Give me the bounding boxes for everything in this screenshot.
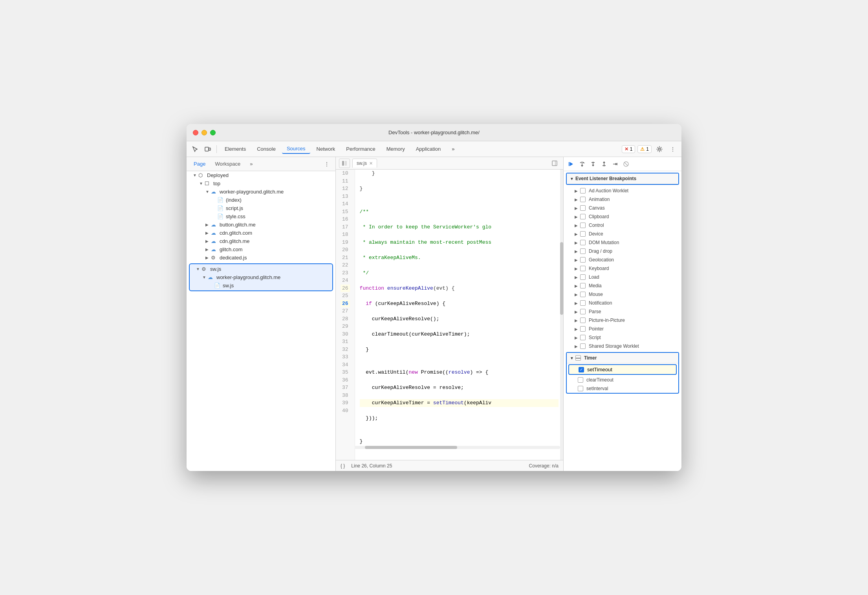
tab-more[interactable]: » [447,144,459,153]
checkbox-geolocation[interactable] [580,257,586,263]
checkbox-load[interactable] [580,274,586,280]
minimize-button[interactable] [201,130,207,135]
clear-timeout-item[interactable]: clearTimeout [567,376,678,384]
tree-item-cdn-glitch-com[interactable]: ▶ ☁ cdn.glitch.com [187,229,335,237]
sub-tab-more[interactable]: » [246,159,256,168]
bp-item-keyboard[interactable]: ▶ Keyboard [564,264,681,273]
tree-item-sw-js-root[interactable]: ▼ ⚙ sw.js [190,265,332,273]
step-icon[interactable] [611,160,619,168]
expand-panel-icon[interactable] [549,159,560,168]
tree-item-worker-playground-main[interactable]: ▼ ☁ worker-playground.glitch.me [187,188,335,196]
bp-item-animation[interactable]: ▶ Animation [564,195,681,204]
settings-icon[interactable] [654,144,665,155]
checkbox-dom-mutation[interactable] [580,240,586,245]
tab-memory[interactable]: Memory [382,144,410,153]
bp-item-geolocation[interactable]: ▶ Geolocation [564,256,681,264]
checkbox-ad-auction[interactable] [580,188,586,193]
checkbox-shared-storage[interactable] [580,343,586,349]
error-badge[interactable]: ✕ 1 [622,145,635,153]
close-button[interactable] [193,130,198,135]
tab-sources[interactable]: Sources [282,144,310,154]
checkbox-media[interactable] [580,283,586,288]
device-toggle-icon[interactable] [202,144,213,155]
maximize-button[interactable] [210,130,216,135]
code-content-area[interactable]: 1011121314 1516171819 2021222324 26 25 2… [336,170,563,460]
tab-elements[interactable]: Elements [220,144,251,153]
clear-timeout-checkbox[interactable] [578,377,583,383]
tree-item-sw-js-file[interactable]: 📄 sw.js [190,281,332,290]
bp-item-picture-in-picture[interactable]: ▶ Picture-in-Picture [564,316,681,325]
checkbox-device[interactable] [580,231,586,237]
deactivate-breakpoints-icon[interactable] [622,160,630,168]
bp-item-shared-storage[interactable]: ▶ Shared Storage Worklet [564,342,681,350]
set-timeout-checkbox[interactable] [579,367,584,372]
tree-item-style-css[interactable]: 📄 style.css [187,212,335,221]
bp-item-mouse[interactable]: ▶ Mouse [564,290,681,299]
bp-item-script[interactable]: ▶ Script [564,333,681,342]
warn-badge[interactable]: ⚠ 1 [637,145,652,153]
file-tree-more-icon[interactable]: ⋮ [321,159,332,170]
checkbox-pointer[interactable] [580,326,586,332]
checkbox-canvas[interactable] [580,205,586,211]
bp-item-parse[interactable]: ▶ Parse [564,307,681,316]
bp-item-ad-auction[interactable]: ▶ Ad Auction Worklet [564,186,681,195]
tab-application[interactable]: Application [411,144,446,153]
bp-item-device[interactable]: ▶ Device [564,230,681,238]
scrollbar-track[interactable] [560,170,563,460]
checkbox-notification[interactable] [580,300,586,306]
bp-item-load[interactable]: ▶ Load [564,273,681,281]
tab-performance[interactable]: Performance [341,144,380,153]
event-listener-breakpoints-header[interactable]: ▼ Event Listener Breakpoints [567,173,678,184]
tree-item-worker-playground-sw[interactable]: ▼ ☁ worker-playground.glitch.me [190,273,332,281]
more-options-icon[interactable]: ⋮ [667,144,678,155]
bp-item-control[interactable]: ▶ Control [564,221,681,230]
scrollbar-thumb[interactable] [560,242,563,315]
horizontal-scrollbar-track[interactable] [355,446,560,449]
step-into-icon[interactable] [589,160,597,168]
resume-icon[interactable] [567,160,575,168]
step-out-icon[interactable] [600,160,608,168]
bp-item-clipboard[interactable]: ▶ Clipboard [564,212,681,221]
format-button[interactable]: { } [341,463,345,469]
tree-item-deployed[interactable]: ▼ ⬡ Deployed [187,171,335,179]
bp-item-media[interactable]: ▶ Media [564,281,681,290]
tab-network[interactable]: Network [312,144,340,153]
code-tab-close[interactable]: ✕ [369,161,373,166]
bp-item-dom-mutation[interactable]: ▶ DOM Mutation [564,238,681,247]
timer-section-header[interactable]: ▼ — Timer [567,353,678,363]
tree-item-index[interactable]: 📄 (index) [187,196,335,204]
set-interval-checkbox[interactable] [578,386,583,391]
step-over-icon[interactable] [578,160,586,168]
checkbox-keyboard[interactable] [580,266,586,271]
sub-tab-workspace[interactable]: Workspace [211,159,244,168]
set-timeout-item[interactable]: setTimeout [568,364,677,375]
bp-item-canvas[interactable]: ▶ Canvas [564,204,681,212]
checkbox-picture-in-picture[interactable] [580,318,586,323]
tab-console[interactable]: Console [252,144,280,153]
label-control: Control [589,223,604,228]
checkbox-clipboard[interactable] [580,214,586,219]
timer-checkbox[interactable]: — [575,355,581,361]
set-interval-item[interactable]: setInterval [567,384,678,393]
checkbox-parse[interactable] [580,309,586,314]
horizontal-scrollbar-thumb[interactable] [365,446,457,449]
tree-item-script-js[interactable]: 📄 script.js [187,204,335,212]
tree-item-dedicated-js[interactable]: ▶ ⚙ dedicated.js [187,254,335,262]
inspect-icon[interactable] [190,144,201,155]
bp-item-pointer[interactable]: ▶ Pointer [564,325,681,333]
checkbox-mouse[interactable] [580,292,586,297]
checkbox-script[interactable] [580,335,586,340]
bp-item-drag-drop[interactable]: ▶ Drag / drop [564,247,681,256]
sub-tab-page[interactable]: Page [190,159,209,168]
code-tab-sw-js[interactable]: sw.js ✕ [352,159,377,168]
tree-item-top[interactable]: ▼ ☐ top [187,179,335,188]
tree-item-button-glitch[interactable]: ▶ ☁ button.glitch.me [187,221,335,229]
arrow-cdn-com: ▶ [205,231,211,235]
tree-item-glitch-com[interactable]: ▶ ☁ glitch.com [187,245,335,254]
bp-item-notification[interactable]: ▶ Notification [564,299,681,307]
collapse-sidebar-icon[interactable] [339,159,350,168]
checkbox-drag-drop[interactable] [580,248,586,254]
checkbox-animation[interactable] [580,197,586,202]
checkbox-control[interactable] [580,223,586,228]
tree-item-cdn-glitch-me[interactable]: ▶ ☁ cdn.glitch.me [187,237,335,245]
